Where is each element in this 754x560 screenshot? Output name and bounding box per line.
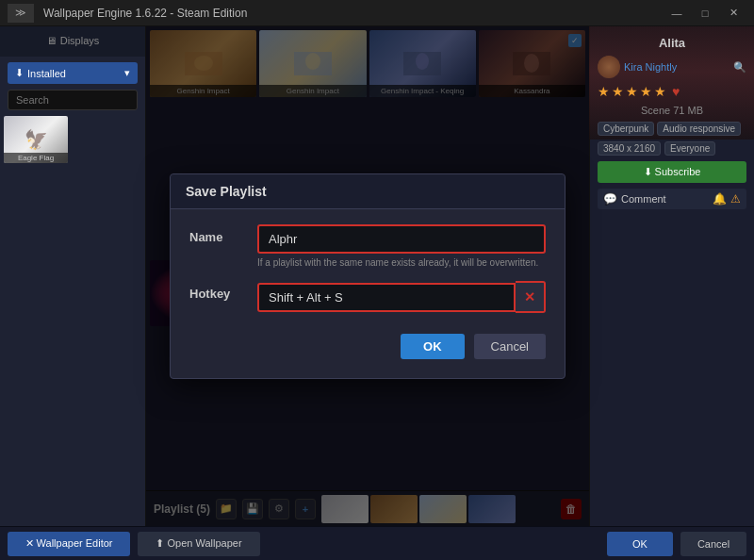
tag-resolution: 3840 x 2160 [598,141,661,156]
tag-cyberpunk[interactable]: Cyberpunk [598,122,654,136]
close-button[interactable]: ✕ [720,4,746,23]
resolution-row: 3840 x 2160 Everyone [598,141,746,156]
star-3: ★ [626,84,638,99]
star-5: ★ [654,84,666,99]
bottom-cancel-button[interactable]: Cancel [680,532,746,556]
dialog-ok-button[interactable]: OK [401,334,465,359]
flag-icon: 🔔 [713,192,727,206]
scene-size: Scene 71 MB [598,105,746,116]
comment-text: Comment [621,193,709,205]
tag-audience: Everyone [664,141,715,156]
right-panel: Alita Kira Nightly 🔍 ★ ★ ★ ★ ★ ♥ Scene 7… [589,26,754,526]
subscribe-button[interactable]: ⬇ Subscribe [598,161,746,183]
tab-displays-label: Displays [60,35,100,46]
wallpaper-title: Alita [598,36,746,50]
installed-icon: ⬇ [15,67,24,79]
subscribe-label: Subscribe [655,166,701,177]
sidebar-tabs: 🖥 Displays [0,26,145,57]
subscribe-icon: ⬇ [644,166,655,177]
hotkey-clear-button[interactable]: ✕ [516,281,546,313]
chevron-down-icon: ▾ [124,67,130,79]
hotkey-input[interactable] [257,283,516,312]
title-bar-title: Wallpaper Engine 1.6.22 - Steam Edition [43,7,247,20]
tag-audio-responsive[interactable]: Audio responsive [657,122,741,136]
maximize-button[interactable]: □ [692,4,718,23]
playlist-name-input[interactable] [257,224,546,254]
wallpaper-editor-button[interactable]: ✕ Wallpaper Editor [8,532,130,556]
tags-row: Cyberpunk Audio responsive [598,122,746,136]
bottom-bar: ✕ Wallpaper Editor ⬆ Open Wallpaper OK C… [0,526,754,560]
star-2: ★ [612,84,624,99]
author-avatar [598,56,620,78]
warning-icon: ⚠ [730,192,741,206]
open-wallpaper-button[interactable]: ⬆ Open Wallpaper [138,532,260,556]
dialog-title: Save Playlist [171,174,565,209]
sidebar-thumb-eagle[interactable]: 🦅 Eagle Flag [4,116,68,163]
dialog-hotkey-label: Hotkey [189,281,246,301]
author-name[interactable]: Kira Nightly [624,61,729,73]
title-bar-expand-btn[interactable]: ≫ [8,4,34,23]
dialog-hotkey-row: Hotkey ✕ [189,281,546,313]
dialog-name-hint: If a playlist with the same name exists … [257,257,546,268]
save-playlist-dialog: Save Playlist Name If a playlist with th… [170,173,566,379]
dialog-body: Name If a playlist with the same name ex… [171,209,565,378]
comment-icon: 💬 [603,192,617,206]
monitor-icon: 🖥 [46,35,57,46]
author-row: Kira Nightly 🔍 [598,56,746,78]
dialog-name-row: Name If a playlist with the same name ex… [189,224,546,268]
dialog-hotkey-input-row: ✕ [257,281,546,313]
heart-icon[interactable]: ♥ [672,84,680,99]
title-bar-left: ≫ Wallpaper Engine 1.6.22 - Steam Editio… [8,4,247,23]
title-bar-controls: — □ ✕ [664,4,746,23]
dialog-name-label: Name [189,224,246,244]
dialog-cancel-button[interactable]: Cancel [474,334,546,359]
minimize-button[interactable]: — [664,4,690,23]
dialog-hotkey-field-wrap: ✕ [257,281,546,313]
sidebar-thumb-label-eagle: Eagle Flag [4,153,68,163]
stars-row: ★ ★ ★ ★ ★ ♥ [598,84,746,99]
title-bar: ≫ Wallpaper Engine 1.6.22 - Steam Editio… [0,0,754,26]
star-1: ★ [598,84,610,99]
author-search-icon[interactable]: 🔍 [733,61,746,74]
star-4: ★ [640,84,652,99]
main-area: Genshin Impact Genshin Impact Genshin Im… [146,26,589,526]
search-input[interactable] [8,90,138,110]
dialog-actions: OK Cancel [189,326,546,363]
dialog-name-field-wrap: If a playlist with the same name exists … [257,224,546,268]
save-playlist-overlay: Save Playlist Name If a playlist with th… [146,26,589,526]
tab-displays[interactable]: 🖥 Displays [0,26,145,57]
bottom-ok-button[interactable]: OK [607,532,673,556]
sidebar: 🖥 Displays ⬇ Installed ▾ 🦅 Eagle Flag [0,26,146,526]
sidebar-thumbnail-grid: 🦅 Eagle Flag [0,116,145,526]
comment-row[interactable]: 💬 Comment 🔔 ⚠ [598,189,746,209]
installed-dropdown-button[interactable]: ⬇ Installed ▾ [8,62,138,84]
installed-label: Installed [27,68,66,79]
